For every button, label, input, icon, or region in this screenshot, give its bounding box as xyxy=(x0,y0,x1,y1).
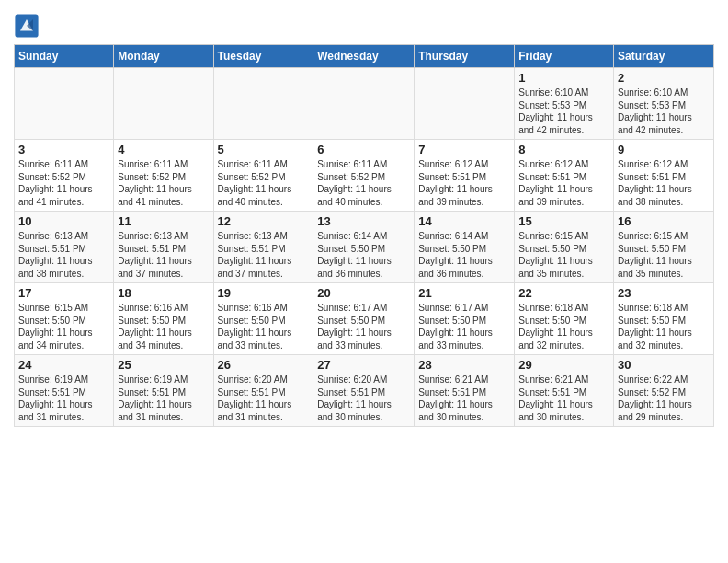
calendar-cell: 10Sunrise: 6:13 AM Sunset: 5:51 PM Dayli… xyxy=(15,212,114,283)
day-number: 9 xyxy=(618,143,710,156)
calendar-cell: 30Sunrise: 6:22 AM Sunset: 5:52 PM Dayli… xyxy=(614,355,714,427)
day-number: 24 xyxy=(18,358,109,372)
day-info: Sunrise: 6:14 AM Sunset: 5:50 PM Dayligh… xyxy=(317,230,410,280)
calendar-cell: 1Sunrise: 6:10 AM Sunset: 5:53 PM Daylig… xyxy=(515,68,614,140)
calendar-cell: 25Sunrise: 6:19 AM Sunset: 5:51 PM Dayli… xyxy=(114,355,213,427)
calendar-cell: 4Sunrise: 6:11 AM Sunset: 5:52 PM Daylig… xyxy=(114,140,213,212)
calendar-cell xyxy=(213,68,313,140)
day-info: Sunrise: 6:16 AM Sunset: 5:50 PM Dayligh… xyxy=(118,302,209,351)
calendar-cell: 18Sunrise: 6:16 AM Sunset: 5:50 PM Dayli… xyxy=(114,283,213,355)
day-number: 20 xyxy=(317,286,410,300)
calendar-cell: 26Sunrise: 6:20 AM Sunset: 5:51 PM Dayli… xyxy=(213,355,313,427)
header xyxy=(14,9,714,39)
day-info: Sunrise: 6:19 AM Sunset: 5:51 PM Dayligh… xyxy=(18,373,109,423)
day-number: 10 xyxy=(18,214,109,228)
weekday-header-sunday: Sunday xyxy=(15,45,114,68)
weekday-header-monday: Monday xyxy=(114,45,213,68)
calendar-cell: 28Sunrise: 6:21 AM Sunset: 5:51 PM Dayli… xyxy=(415,355,515,427)
day-info: Sunrise: 6:17 AM Sunset: 5:50 PM Dayligh… xyxy=(418,302,510,351)
day-number: 18 xyxy=(118,286,209,300)
calendar-cell: 6Sunrise: 6:11 AM Sunset: 5:52 PM Daylig… xyxy=(313,140,415,212)
week-row-3: 17Sunrise: 6:15 AM Sunset: 5:50 PM Dayli… xyxy=(15,283,714,355)
calendar-cell xyxy=(15,68,114,140)
calendar: SundayMondayTuesdayWednesdayThursdayFrid… xyxy=(14,44,714,427)
day-info: Sunrise: 6:15 AM Sunset: 5:50 PM Dayligh… xyxy=(518,230,609,280)
day-info: Sunrise: 6:13 AM Sunset: 5:51 PM Dayligh… xyxy=(18,230,109,280)
calendar-cell: 13Sunrise: 6:14 AM Sunset: 5:50 PM Dayli… xyxy=(313,212,415,283)
day-number: 16 xyxy=(618,214,710,228)
calendar-cell: 11Sunrise: 6:13 AM Sunset: 5:51 PM Dayli… xyxy=(114,212,213,283)
day-info: Sunrise: 6:20 AM Sunset: 5:51 PM Dayligh… xyxy=(317,373,410,423)
day-info: Sunrise: 6:21 AM Sunset: 5:51 PM Dayligh… xyxy=(518,373,609,423)
calendar-cell: 22Sunrise: 6:18 AM Sunset: 5:50 PM Dayli… xyxy=(515,283,614,355)
day-info: Sunrise: 6:15 AM Sunset: 5:50 PM Dayligh… xyxy=(18,302,109,351)
day-info: Sunrise: 6:21 AM Sunset: 5:51 PM Dayligh… xyxy=(418,373,510,423)
calendar-cell: 8Sunrise: 6:12 AM Sunset: 5:51 PM Daylig… xyxy=(515,140,614,212)
day-number: 19 xyxy=(218,286,310,300)
calendar-cell: 20Sunrise: 6:17 AM Sunset: 5:50 PM Dayli… xyxy=(313,283,415,355)
day-info: Sunrise: 6:13 AM Sunset: 5:51 PM Dayligh… xyxy=(218,230,310,280)
day-number: 23 xyxy=(618,286,710,300)
day-number: 2 xyxy=(618,71,710,85)
week-row-1: 3Sunrise: 6:11 AM Sunset: 5:52 PM Daylig… xyxy=(15,140,714,212)
calendar-cell: 2Sunrise: 6:10 AM Sunset: 5:53 PM Daylig… xyxy=(614,68,714,140)
day-number: 15 xyxy=(518,214,609,228)
day-info: Sunrise: 6:11 AM Sunset: 5:52 PM Dayligh… xyxy=(317,158,410,208)
weekday-header-friday: Friday xyxy=(515,45,614,68)
day-info: Sunrise: 6:18 AM Sunset: 5:50 PM Dayligh… xyxy=(618,302,710,351)
day-info: Sunrise: 6:18 AM Sunset: 5:50 PM Dayligh… xyxy=(518,302,609,351)
day-info: Sunrise: 6:20 AM Sunset: 5:51 PM Dayligh… xyxy=(218,373,310,423)
calendar-cell xyxy=(415,68,515,140)
day-number: 27 xyxy=(317,358,410,372)
calendar-cell xyxy=(313,68,415,140)
day-number: 26 xyxy=(218,358,310,372)
day-number: 11 xyxy=(118,214,209,228)
calendar-cell: 19Sunrise: 6:16 AM Sunset: 5:50 PM Dayli… xyxy=(213,283,313,355)
day-info: Sunrise: 6:22 AM Sunset: 5:52 PM Dayligh… xyxy=(618,373,710,423)
weekday-header-thursday: Thursday xyxy=(415,45,515,68)
day-number: 7 xyxy=(418,143,510,156)
calendar-cell: 14Sunrise: 6:14 AM Sunset: 5:50 PM Dayli… xyxy=(415,212,515,283)
week-row-0: 1Sunrise: 6:10 AM Sunset: 5:53 PM Daylig… xyxy=(15,68,714,140)
day-number: 1 xyxy=(518,71,609,85)
day-number: 29 xyxy=(518,358,609,372)
week-row-4: 24Sunrise: 6:19 AM Sunset: 5:51 PM Dayli… xyxy=(15,355,714,427)
calendar-cell: 9Sunrise: 6:12 AM Sunset: 5:51 PM Daylig… xyxy=(614,140,714,212)
day-number: 28 xyxy=(418,358,510,372)
day-info: Sunrise: 6:11 AM Sunset: 5:52 PM Dayligh… xyxy=(218,158,310,208)
calendar-cell: 24Sunrise: 6:19 AM Sunset: 5:51 PM Dayli… xyxy=(15,355,114,427)
day-number: 12 xyxy=(218,214,310,228)
day-info: Sunrise: 6:16 AM Sunset: 5:50 PM Dayligh… xyxy=(218,302,310,351)
logo xyxy=(14,13,43,39)
calendar-cell: 29Sunrise: 6:21 AM Sunset: 5:51 PM Dayli… xyxy=(515,355,614,427)
day-number: 22 xyxy=(518,286,609,300)
calendar-cell: 12Sunrise: 6:13 AM Sunset: 5:51 PM Dayli… xyxy=(213,212,313,283)
day-info: Sunrise: 6:10 AM Sunset: 5:53 PM Dayligh… xyxy=(618,86,710,136)
calendar-cell: 15Sunrise: 6:15 AM Sunset: 5:50 PM Dayli… xyxy=(515,212,614,283)
weekday-header-tuesday: Tuesday xyxy=(213,45,313,68)
day-info: Sunrise: 6:13 AM Sunset: 5:51 PM Dayligh… xyxy=(118,230,209,280)
day-number: 17 xyxy=(18,286,109,300)
day-info: Sunrise: 6:19 AM Sunset: 5:51 PM Dayligh… xyxy=(118,373,209,423)
day-info: Sunrise: 6:12 AM Sunset: 5:51 PM Dayligh… xyxy=(418,158,510,208)
day-number: 25 xyxy=(118,358,209,372)
calendar-cell: 17Sunrise: 6:15 AM Sunset: 5:50 PM Dayli… xyxy=(15,283,114,355)
day-number: 8 xyxy=(518,143,609,156)
day-info: Sunrise: 6:12 AM Sunset: 5:51 PM Dayligh… xyxy=(618,158,710,208)
day-info: Sunrise: 6:11 AM Sunset: 5:52 PM Dayligh… xyxy=(18,158,109,208)
day-number: 6 xyxy=(317,143,410,156)
day-number: 13 xyxy=(317,214,410,228)
week-row-2: 10Sunrise: 6:13 AM Sunset: 5:51 PM Dayli… xyxy=(15,212,714,283)
day-number: 30 xyxy=(618,358,710,372)
day-number: 14 xyxy=(418,214,510,228)
weekday-header-saturday: Saturday xyxy=(614,45,714,68)
day-info: Sunrise: 6:10 AM Sunset: 5:53 PM Dayligh… xyxy=(518,86,609,136)
calendar-cell: 3Sunrise: 6:11 AM Sunset: 5:52 PM Daylig… xyxy=(15,140,114,212)
weekday-header-wednesday: Wednesday xyxy=(313,45,415,68)
calendar-cell: 21Sunrise: 6:17 AM Sunset: 5:50 PM Dayli… xyxy=(415,283,515,355)
calendar-cell: 27Sunrise: 6:20 AM Sunset: 5:51 PM Dayli… xyxy=(313,355,415,427)
day-info: Sunrise: 6:17 AM Sunset: 5:50 PM Dayligh… xyxy=(317,302,410,351)
calendar-cell: 23Sunrise: 6:18 AM Sunset: 5:50 PM Dayli… xyxy=(614,283,714,355)
day-info: Sunrise: 6:14 AM Sunset: 5:50 PM Dayligh… xyxy=(418,230,510,280)
day-number: 3 xyxy=(18,143,109,156)
